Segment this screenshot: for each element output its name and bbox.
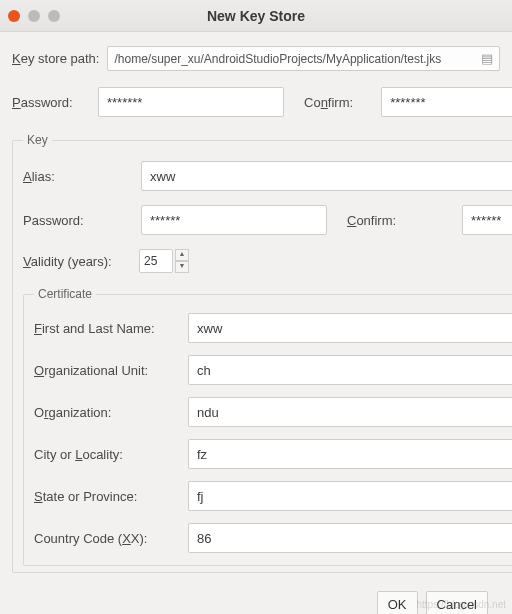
window-title: New Key Store (0, 8, 512, 24)
certificate-fieldset: Certificate First and Last Name: Organiz… (23, 287, 512, 566)
org-label: Organization: (34, 405, 182, 420)
key-password-input[interactable] (141, 205, 327, 235)
country-input[interactable] (188, 523, 512, 553)
alias-label: Alias: (23, 169, 111, 184)
validity-row: Validity (years): ▲ ▼ (23, 249, 512, 273)
cancel-button[interactable]: Cancel (426, 591, 488, 614)
alias-input[interactable] (141, 161, 512, 191)
city-row: City or Locality: (34, 439, 512, 469)
city-input[interactable] (188, 439, 512, 469)
key-confirm-input[interactable] (462, 205, 512, 235)
org-unit-row: Organizational Unit: (34, 355, 512, 385)
org-row: Organization: (34, 397, 512, 427)
key-password-label: Password: (23, 213, 98, 228)
first-last-label: First and Last Name: (34, 321, 182, 336)
state-row: State or Province: (34, 481, 512, 511)
password-label: Password: (12, 95, 84, 110)
minimize-icon[interactable] (28, 10, 40, 22)
key-confirm-label: Confirm: (347, 213, 405, 228)
password-input[interactable] (98, 87, 284, 117)
close-icon[interactable] (8, 10, 20, 22)
country-row: Country Code (XX): (34, 523, 512, 553)
confirm-input[interactable] (381, 87, 512, 117)
button-bar: OK Cancel (12, 573, 500, 614)
keystore-path-value: /home/super_xu/AndroidStudioProjects/MyA… (114, 52, 441, 66)
first-last-row: First and Last Name: (34, 313, 512, 343)
keystore-path-input[interactable]: /home/super_xu/AndroidStudioProjects/MyA… (107, 46, 500, 71)
validity-input[interactable] (139, 249, 173, 273)
maximize-icon[interactable] (48, 10, 60, 22)
titlebar: New Key Store (0, 0, 512, 32)
state-input[interactable] (188, 481, 512, 511)
city-label: City or Locality: (34, 447, 182, 462)
spinner-up-icon[interactable]: ▲ (175, 249, 189, 261)
org-unit-label: Organizational Unit: (34, 363, 182, 378)
validity-spinner: ▲ ▼ (175, 249, 189, 273)
org-unit-input[interactable] (188, 355, 512, 385)
confirm-label: Confirm: (304, 95, 353, 110)
validity-label: Validity (years): (23, 254, 133, 269)
alias-row: Alias: (23, 161, 512, 191)
key-password-row: Password: Confirm: (23, 205, 512, 235)
certificate-legend: Certificate (34, 287, 96, 301)
org-input[interactable] (188, 397, 512, 427)
state-label: State or Province: (34, 489, 182, 504)
keystore-path-label: Key store path: (12, 51, 99, 66)
spinner-down-icon[interactable]: ▼ (175, 261, 189, 273)
ok-button[interactable]: OK (377, 591, 418, 614)
key-fieldset: Key Alias: Password: Confirm: Validity (… (12, 133, 512, 573)
key-legend: Key (23, 133, 52, 147)
password-row: Password: Confirm: (12, 87, 500, 117)
dialog-body: Key store path: /home/super_xu/AndroidSt… (0, 32, 512, 614)
folder-icon[interactable]: ▤ (481, 51, 493, 66)
country-label: Country Code (XX): (34, 531, 182, 546)
keystore-path-row: Key store path: /home/super_xu/AndroidSt… (12, 46, 500, 71)
first-last-input[interactable] (188, 313, 512, 343)
